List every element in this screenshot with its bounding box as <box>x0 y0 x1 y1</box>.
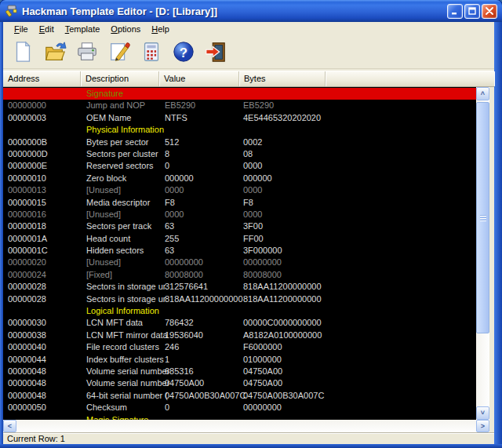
column-header-description[interactable]: Description <box>81 71 159 86</box>
cell-description: Volume serial number <box>86 366 169 377</box>
menu-item-template[interactable]: Template <box>60 24 106 35</box>
table-row[interactable]: 00000044Index buffer clusters101000000 <box>3 354 489 366</box>
cell-description: Sectors per cluster <box>86 148 158 160</box>
cell-bytes: F6000000 <box>243 341 282 353</box>
table-row[interactable]: Logical Information <box>3 305 489 317</box>
table-row[interactable]: 0000000DSectors per cluster808 <box>3 148 489 160</box>
table-row[interactable]: 00000018Sectors per track633F00 <box>3 220 489 232</box>
cell-address: 0000001C <box>8 245 48 257</box>
menu-item-edit[interactable]: Edit <box>34 24 60 35</box>
calculator-button[interactable] <box>138 38 165 65</box>
cell-value: 19536040 <box>165 330 203 341</box>
menu-item-options[interactable]: Options <box>105 24 146 35</box>
table-row[interactable]: 00000028Sectors in storage ur818AA112000… <box>3 293 489 305</box>
table-row[interactable]: Physical Information <box>3 124 489 136</box>
cell-bytes: 04750A00 <box>243 377 282 389</box>
cell-value: 63 <box>165 220 174 232</box>
column-header-bytes[interactable]: Bytes <box>239 71 326 86</box>
cell-bytes: 00000000 <box>243 257 282 268</box>
column-header-value[interactable]: Value <box>159 71 239 86</box>
open-button[interactable] <box>42 38 68 65</box>
menu-item-help[interactable]: Help <box>146 24 175 35</box>
table-row[interactable]: 00000020[Unused]0000000000000000 <box>3 257 489 268</box>
cell-bytes: 80008000 <box>243 269 282 281</box>
toolbar: ? <box>3 35 494 69</box>
table-row[interactable]: Signature <box>3 88 489 100</box>
table-row[interactable]: 0000001CHidden sectors633F000000 <box>3 245 489 257</box>
table-row[interactable]: 00000000Jump and NOPEB5290EB5290 <box>3 100 489 111</box>
minimize-button[interactable] <box>447 4 463 19</box>
window-title: Hackman Template Editor - [D: [Library]] <box>22 5 447 17</box>
cell-description: Index buffer clusters <box>86 354 164 366</box>
cell-bytes: F8 <box>243 197 253 209</box>
open-folder-icon <box>43 40 67 64</box>
edit-button[interactable] <box>106 38 133 65</box>
cell-address: 00000015 <box>8 197 46 209</box>
table-row[interactable]: 0000000BBytes per sector5120002 <box>3 137 489 148</box>
table-row[interactable]: 00000015Media descriptorF8F8 <box>3 197 489 209</box>
exit-button[interactable] <box>202 38 229 65</box>
table-row[interactable]: Magic Signature <box>3 414 489 420</box>
print-button[interactable] <box>74 38 100 65</box>
maximize-button[interactable] <box>464 4 480 19</box>
table-row[interactable]: 00000028Sectors in storage ur31257664181… <box>3 281 489 293</box>
table-row[interactable]: 00000038LCN MFT mirror data19536040A8182… <box>3 330 489 341</box>
scroll-up-button[interactable]: ˄ <box>476 87 489 100</box>
cell-bytes: 08 <box>243 148 253 160</box>
title-bar[interactable]: Hackman Template Editor - [D: [Library]] <box>0 0 502 22</box>
cell-value: 512 <box>165 137 179 148</box>
cell-description: Physical Information <box>86 124 164 136</box>
new-document-icon <box>11 40 35 64</box>
scroll-left-button[interactable]: ˂ <box>3 420 16 432</box>
cell-address: 0000001A <box>8 233 47 245</box>
cell-description: Hidden sectors <box>86 245 144 257</box>
cell-description: 64-bit serial number ( <box>86 390 168 402</box>
cell-value: 00000000 <box>165 257 203 268</box>
table-row[interactable]: 00000024[Fixed]8000800080008000 <box>3 269 489 281</box>
vertical-scrollbar-thumb[interactable] <box>476 102 489 333</box>
help-button[interactable]: ? <box>170 38 197 65</box>
cell-description: Media descriptor <box>86 197 150 209</box>
table-row[interactable]: 00000040File record clusters246F6000000 <box>3 341 489 353</box>
column-header-address[interactable]: Address <box>3 71 81 86</box>
cell-value: NTFS <box>165 112 187 124</box>
cell-value: 786432 <box>165 317 194 329</box>
menu-item-file[interactable]: File <box>9 24 34 35</box>
table-row[interactable]: 00000048Volume serial number68531604750A… <box>3 366 489 377</box>
cell-value: EB5290 <box>165 100 195 111</box>
minimize-icon <box>451 8 459 15</box>
new-button[interactable] <box>9 38 36 65</box>
table-row[interactable]: 0000001AHead count255FF00 <box>3 233 489 245</box>
help-icon: ? <box>172 40 195 64</box>
table-row[interactable]: 00000016[Unused]00000000 <box>3 209 489 220</box>
cell-address: 00000050 <box>8 402 46 413</box>
cell-address: 00000048 <box>8 390 46 402</box>
maximize-icon <box>468 7 476 15</box>
cell-address: 00000013 <box>8 184 46 196</box>
cell-value: 0 <box>165 160 169 172</box>
table-row[interactable]: 00000048Volume serial number04750A000475… <box>3 377 489 389</box>
cell-description: [Fixed] <box>86 269 112 281</box>
cell-address: 00000028 <box>8 293 46 305</box>
scrollbar-corner <box>489 420 494 432</box>
vertical-scrollbar[interactable]: ˄ ˅ <box>476 87 489 420</box>
table-row[interactable]: 0000000EReserved sectors00000 <box>3 160 489 172</box>
table-row[interactable]: 00000050Checksum000000000 <box>3 402 489 413</box>
table-row[interactable]: 00000030LCN MFT data78643200000C00000000… <box>3 317 489 329</box>
cell-bytes: EB5290 <box>243 100 274 111</box>
cell-address: 0000000D <box>8 148 48 160</box>
scroll-right-button[interactable]: ˃ <box>476 420 489 432</box>
cell-bytes: 0000 <box>243 160 262 172</box>
close-button[interactable] <box>482 4 497 19</box>
horizontal-scrollbar[interactable]: ˂ ˃ <box>3 420 489 432</box>
table-row[interactable]: 00000013[Unused]00000000 <box>3 184 489 196</box>
cell-address: 00000000 <box>8 100 46 111</box>
cell-bytes: A8182A0100000000 <box>243 330 322 341</box>
scroll-down-button[interactable]: ˅ <box>476 406 489 420</box>
svg-text:?: ? <box>180 46 187 60</box>
table-row[interactable]: 00000003OEM NameNTFS4E54465320202020 <box>3 112 489 124</box>
table-row[interactable]: 00000010Zero block000000000000 <box>3 173 489 184</box>
cell-address: 00000024 <box>8 269 46 281</box>
cell-bytes: 3F000000 <box>243 245 282 257</box>
table-row[interactable]: 0000004864-bit serial number (04750A00B3… <box>3 390 489 402</box>
